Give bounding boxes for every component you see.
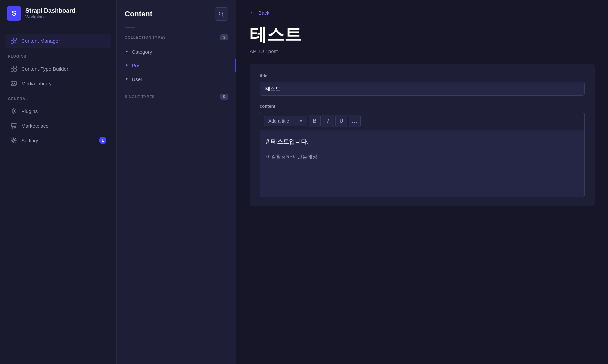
chevron-down-icon: ▼	[299, 119, 303, 123]
collection-item-post[interactable]: Post	[125, 59, 228, 72]
rich-text-editor: Add a title ▼ B I U ...	[260, 112, 585, 197]
settings-icon	[10, 137, 17, 144]
collection-types-list: Category Post User	[117, 45, 236, 86]
underline-icon: U	[339, 118, 343, 124]
svg-rect-5	[11, 69, 13, 71]
sidebar-header: S Strapi Dashboard Workplace	[0, 0, 116, 27]
marketplace-icon	[10, 122, 17, 129]
settings-badge: 1	[99, 137, 106, 144]
toolbar-dropdown-label: Add a title	[268, 118, 289, 124]
svg-point-8	[12, 82, 13, 83]
general-section-label: GENERAL	[5, 97, 111, 101]
content-panel-title: Content	[125, 10, 152, 18]
collection-item-label: Post	[132, 63, 142, 68]
page-title: 테스트	[250, 23, 595, 46]
single-types-count: 0	[220, 94, 228, 100]
sidebar-item-content-manager[interactable]: Content Manager	[5, 34, 111, 48]
collection-types-header: COLLECTION TYPES 3	[117, 34, 236, 45]
bold-icon: B	[313, 118, 317, 124]
active-bar	[235, 59, 236, 72]
editor-heading-line: # 테스트입니다.	[266, 137, 578, 147]
collection-types-label: COLLECTION TYPES	[125, 35, 166, 39]
svg-point-11	[15, 127, 16, 128]
svg-rect-3	[11, 66, 13, 68]
collection-types-count: 3	[220, 34, 228, 40]
toolbar-bold-button[interactable]: B	[309, 115, 321, 127]
api-id-label: API ID : post	[250, 48, 595, 54]
back-link[interactable]: ← Back	[250, 9, 595, 16]
sidebar-item-label: Media Library	[21, 81, 52, 86]
content-panel-header: Content	[117, 0, 236, 27]
single-types-label: SINGLE TYPES	[125, 95, 155, 99]
sidebar-item-content-type-builder[interactable]: Content-Type Builder	[5, 62, 111, 76]
sidebar-item-label: Content Manager	[21, 38, 60, 44]
sidebar-item-marketplace[interactable]: Marketplace	[5, 119, 111, 133]
single-types-header: SINGLE TYPES 0	[117, 94, 236, 104]
app-logo: S	[7, 6, 21, 21]
editor-content-area[interactable]: # 테스트입니다. 이걸활용하여 만들예정	[260, 130, 584, 197]
collection-item-category[interactable]: Category	[125, 45, 228, 59]
sidebar-item-media-library[interactable]: Media Library	[5, 76, 111, 90]
collection-item-user[interactable]: User	[125, 72, 228, 86]
app-name: Strapi Dashboard	[25, 7, 75, 14]
toolbar-add-title-dropdown[interactable]: Add a title ▼	[264, 116, 307, 126]
title-input[interactable]	[260, 82, 585, 96]
sidebar-item-label: Marketplace	[21, 123, 49, 129]
main-content: ← Back 테스트 API ID : post title content A…	[236, 0, 608, 216]
content-field-label: content	[260, 104, 585, 109]
sidebar-navigation: Content Manager PLUGINS Content-Type Bui…	[0, 27, 116, 364]
toolbar-more-button[interactable]: ...	[349, 115, 361, 127]
content-type-builder-icon	[10, 65, 17, 72]
plugins-icon	[10, 107, 17, 115]
editor-paragraph-line: 이걸활용하여 만들예정	[266, 152, 578, 161]
svg-rect-2	[11, 41, 13, 43]
search-button[interactable]	[215, 7, 228, 21]
more-options-icon: ...	[352, 118, 358, 125]
media-library-icon	[10, 80, 17, 87]
back-arrow-icon: ←	[250, 9, 256, 16]
content-panel: Content COLLECTION TYPES 3 Category Post…	[117, 0, 236, 364]
sidebar-item-settings[interactable]: Settings 1	[5, 133, 111, 147]
collection-item-label: Category	[132, 49, 152, 55]
logo-icon: S	[12, 9, 17, 18]
svg-point-10	[12, 127, 13, 128]
svg-rect-4	[14, 66, 16, 68]
content-divider	[125, 27, 135, 28]
sidebar-item-label: Plugins	[21, 108, 38, 114]
sidebar-item-label: Settings	[21, 138, 39, 143]
toolbar-italic-button[interactable]: I	[322, 115, 334, 127]
svg-rect-0	[11, 38, 13, 40]
sidebar: S Strapi Dashboard Workplace Content Man…	[0, 0, 117, 364]
back-label: Back	[258, 10, 269, 16]
title-field-label: title	[260, 73, 585, 78]
sidebar-item-label: Content-Type Builder	[21, 66, 68, 72]
italic-icon: I	[327, 118, 329, 124]
svg-rect-6	[14, 69, 16, 71]
sidebar-item-plugins[interactable]: Plugins	[5, 104, 111, 118]
form-card: title content Add a title ▼ B I	[250, 64, 595, 206]
svg-rect-1	[14, 38, 16, 40]
svg-rect-7	[11, 81, 16, 85]
collection-item-label: User	[132, 76, 142, 82]
svg-point-12	[13, 139, 15, 141]
plugins-section-label: PLUGINS	[5, 54, 111, 58]
toolbar-underline-button[interactable]: U	[335, 115, 347, 127]
content-manager-icon	[10, 37, 17, 44]
workplace-label: Workplace	[25, 14, 75, 19]
main-panel: ← Back 테스트 API ID : post title content A…	[236, 0, 608, 364]
svg-point-9	[13, 110, 15, 112]
app-title-block: Strapi Dashboard Workplace	[25, 7, 75, 19]
editor-toolbar: Add a title ▼ B I U ...	[260, 112, 584, 130]
